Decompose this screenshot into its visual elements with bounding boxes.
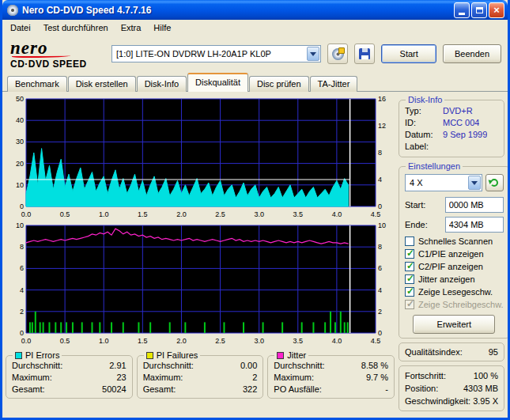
disc-options-button[interactable]: [327, 44, 348, 64]
svg-text:10: 10: [16, 221, 24, 229]
refresh-icon: [490, 179, 498, 187]
svg-text:8: 8: [378, 243, 382, 251]
svg-text:3.0: 3.0: [254, 337, 264, 345]
checkbox-schnelles-scannen[interactable]: Schnelles Scannen: [405, 236, 504, 246]
pi-errors-stats-title: PI Errors: [25, 350, 59, 360]
svg-text:8: 8: [20, 243, 24, 251]
pie-total-value: 50024: [102, 384, 127, 395]
speed-select[interactable]: 4 X: [405, 174, 482, 191]
svg-text:2.0: 2.0: [176, 337, 187, 345]
svg-text:0: 0: [378, 202, 382, 210]
quit-button[interactable]: Beenden: [443, 44, 501, 63]
svg-text:40: 40: [16, 116, 24, 124]
menu-hilfe[interactable]: Hilfe: [147, 21, 177, 35]
checkbox-icon[interactable]: [405, 287, 414, 297]
pi-failures-stats-title: PI Failures: [157, 350, 198, 360]
checkbox-c2-pif-anzeigen[interactable]: C2/PIF anzeigen: [405, 262, 504, 271]
advanced-button[interactable]: Erweitert: [413, 315, 495, 334]
tab-strip: Benchmark Disk erstellen Disk-Info Diskq…: [2, 72, 508, 92]
tab-disc-pruefen[interactable]: Disc prüfen: [249, 76, 309, 92]
window-title: Nero CD-DVD Speed 4.7.7.16: [22, 5, 452, 16]
svg-text:3.5: 3.5: [293, 337, 304, 345]
menu-extra[interactable]: Extra: [115, 21, 148, 35]
end-position-input[interactable]: [445, 217, 504, 233]
drive-select[interactable]: [1:0] LITE-ON DVDRW LH-20A1P KL0P: [111, 45, 321, 62]
pif-maximum-value: 2: [252, 372, 257, 384]
svg-text:20: 20: [16, 160, 24, 168]
checkbox-icon[interactable]: [405, 236, 414, 246]
progress-box: Fortschritt:100 % Position:4303 MB Gesch…: [399, 365, 504, 411]
drive-select-dropdown-button[interactable]: [307, 47, 319, 61]
disk-info-title: Disk-Info: [406, 95, 444, 104]
checkbox-jitter-anzeigen[interactable]: Jitter anzeigen: [405, 274, 504, 284]
svg-text:2.5: 2.5: [215, 210, 225, 218]
app-icon: [6, 4, 19, 17]
tab-benchmark[interactable]: Benchmark: [7, 76, 67, 92]
close-icon: ×: [493, 5, 500, 15]
drive-select-value: [1:0] LITE-ON DVDRW LH-20A1P KL0P: [112, 49, 275, 59]
pif-average-value: 0.00: [240, 360, 257, 372]
side-panel: Disk-Info Typ:DVD+R ID:MCC 004 Datum:9 S…: [399, 95, 504, 414]
speed-select-dropdown-button[interactable]: [468, 176, 481, 190]
charts-column: 0.00.51.01.52.02.53.03.54.04.50102030405…: [6, 95, 395, 414]
menu-datei[interactable]: Datei: [4, 21, 37, 35]
svg-text:0.5: 0.5: [60, 210, 70, 218]
tab-disk-erstellen[interactable]: Disk erstellen: [68, 76, 136, 92]
menu-test-durchfuehren[interactable]: Test durchführen: [37, 21, 115, 35]
svg-text:2: 2: [20, 308, 24, 316]
svg-text:4.5: 4.5: [371, 210, 381, 218]
start-test-button[interactable]: Start: [381, 44, 436, 63]
app-window: Nero CD-DVD Speed 4.7.7.16 × Datei Test …: [0, 0, 510, 420]
nero-product-text: CD·DVD SPEED: [10, 59, 105, 69]
pi-failures-stats-box: PI Failures Durchschnitt:0.00 Maximum:2 …: [137, 350, 264, 399]
svg-text:1.0: 1.0: [99, 210, 109, 218]
svg-text:16: 16: [378, 95, 386, 103]
settings-title: Einstellungen: [406, 161, 463, 171]
quality-index-value: 95: [489, 347, 498, 357]
minimize-button[interactable]: [454, 2, 470, 18]
tab-disk-info[interactable]: Disk-Info: [137, 76, 187, 92]
svg-text:0: 0: [378, 329, 382, 337]
svg-text:3.5: 3.5: [293, 210, 304, 218]
pi-errors-legend-swatch: [15, 352, 22, 359]
chevron-down-icon: [471, 181, 478, 185]
progress-percent-value: 100 %: [474, 369, 498, 382]
svg-text:6: 6: [20, 264, 24, 272]
maximize-button[interactable]: [471, 2, 487, 18]
pi-failures-legend-swatch: [146, 352, 153, 359]
svg-text:12: 12: [378, 122, 386, 130]
end-field-label: Ende:: [405, 220, 428, 229]
floppy-save-icon: [359, 48, 370, 59]
checkbox-icon[interactable]: [405, 274, 414, 284]
toolbar: nero CD·DVD SPEED [1:0] LITE-ON DVDRW LH…: [2, 36, 508, 72]
checkbox-c1-pie-anzeigen[interactable]: C1/PIE anzeigen: [405, 249, 504, 259]
maximize-icon: [476, 7, 483, 13]
tab-ta-jitter[interactable]: TA-Jitter: [310, 76, 358, 92]
start-position-input[interactable]: [445, 197, 504, 213]
close-button[interactable]: ×: [489, 2, 504, 18]
svg-text:2.5: 2.5: [215, 337, 225, 345]
disk-info-group: Disk-Info Typ:DVD+R ID:MCC 004 Datum:9 S…: [399, 95, 504, 157]
svg-text:3.0: 3.0: [254, 210, 264, 218]
pi-errors-chart: 0.00.51.01.52.02.53.03.54.04.50102030405…: [6, 95, 395, 220]
refresh-button[interactable]: [485, 174, 504, 191]
svg-text:0.0: 0.0: [21, 210, 32, 218]
svg-text:4: 4: [378, 176, 382, 184]
checkbox-icon[interactable]: [405, 262, 414, 271]
save-button[interactable]: [354, 44, 375, 64]
svg-text:4.0: 4.0: [332, 210, 342, 218]
tab-diskqualitaet[interactable]: Diskqualität: [187, 73, 248, 92]
minimize-icon: [459, 13, 465, 15]
jitter-legend-swatch: [277, 352, 284, 359]
svg-text:10: 10: [378, 221, 386, 229]
menu-bar: Datei Test durchführen Extra Hilfe: [2, 20, 508, 36]
speed-select-value: 4 X: [406, 178, 427, 187]
checkbox-icon[interactable]: [405, 249, 414, 259]
svg-text:8: 8: [378, 149, 382, 157]
svg-text:1.5: 1.5: [138, 210, 148, 218]
pi-errors-stats-box: PI Errors Durchschnitt:2.91 Maximum:23 G…: [6, 350, 133, 399]
checkbox-zeige-lesegeschw[interactable]: Zeige Lesegeschw.: [405, 287, 504, 297]
pif-jitter-chart: 0.00.51.01.52.02.53.03.54.04.50246810024…: [6, 221, 395, 346]
disc-icon: [332, 48, 344, 60]
position-value: 4303 MB: [463, 382, 498, 395]
